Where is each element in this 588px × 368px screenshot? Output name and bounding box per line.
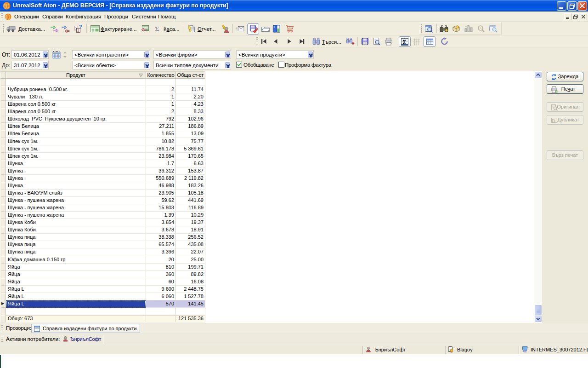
svg-text:Σ: Σ: [155, 25, 159, 33]
svg-text:?: ?: [79, 24, 82, 29]
svg-text:Σ: Σ: [403, 39, 407, 46]
